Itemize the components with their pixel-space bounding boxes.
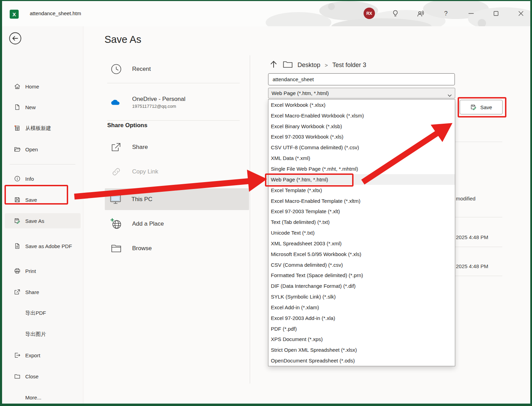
sidebar-item-share[interactable]: Share [5, 284, 81, 300]
filetype-option[interactable]: Web Page (*.htm, *.html) [268, 174, 455, 185]
back-button[interactable] [8, 31, 22, 46]
lightbulb-icon[interactable] [391, 9, 400, 18]
sidebar-item-label: Open [25, 147, 38, 152]
sidebar-item-save-as[interactable]: Save As [5, 213, 81, 228]
new-document-icon [14, 104, 21, 111]
filetype-option[interactable]: Text (Tab delimited) (*.txt) [268, 217, 455, 227]
sidebar-item-export-pdf[interactable]: 导出PDF [5, 305, 81, 321]
sidebar-item-new-from-template[interactable]: 从模板新建 [5, 121, 81, 136]
maximize-icon[interactable] [492, 9, 501, 18]
sidebar-item-save[interactable]: Save [5, 192, 81, 207]
background-divider [455, 142, 502, 142]
sidebar-item-label: 从模板新建 [25, 125, 51, 132]
excel-window: X attendance_sheet.htm RX ? Home N [0, 0, 532, 406]
background-timestamp: 2025 4:48 PM [456, 234, 488, 240]
filetype-option[interactable]: DIF (Data Interchange Format) (*.dif) [268, 281, 455, 291]
save-button[interactable]: Save [460, 100, 503, 114]
onedrive-email: 1975117712@qq.com [132, 104, 185, 109]
filetype-option[interactable]: Excel Workbook (*.xlsx) [268, 100, 455, 110]
filetype-listbox: Excel Workbook (*.xlsx)Excel Macro-Enabl… [268, 99, 455, 366]
sidebar-item-info[interactable]: Info [5, 171, 81, 186]
filetype-option[interactable]: Excel 97-2003 Template (*.xlt) [268, 206, 455, 217]
filetype-option[interactable]: OpenDocument Spreadsheet (*.ods) [268, 355, 455, 366]
filetype-option[interactable]: PDF (*.pdf) [268, 323, 455, 334]
share-options-header: Share Options [107, 122, 147, 129]
sidebar-item-export-image[interactable]: 导出图片 [5, 327, 81, 342]
up-one-level-icon[interactable] [269, 60, 278, 70]
filetype-option[interactable]: Excel 97-2003 Add-in (*.xla) [268, 313, 455, 323]
background-divider [455, 276, 502, 276]
this-pc-icon [110, 193, 121, 205]
filetype-option[interactable]: Microsoft Excel 5.0/95 Workbook (*.xls) [268, 249, 455, 259]
location-recent[interactable]: Recent [106, 59, 249, 79]
window-frame [0, 404, 532, 406]
window-frame [0, 0, 2, 406]
filename-input[interactable] [268, 73, 455, 85]
sidebar-item-more[interactable]: More... [5, 390, 81, 405]
filetype-option[interactable]: CSV (Comma delimited) (*.csv) [268, 259, 455, 270]
titlebar: X attendance_sheet.htm RX ? [2, 1, 530, 26]
filetype-select[interactable]: Web Page (*.htm, *.html) [268, 88, 455, 98]
filetype-option[interactable]: Excel Macro-Enabled Template (*.xltm) [268, 196, 455, 206]
sidebar-item-label: Share [25, 289, 39, 295]
filetype-option[interactable]: Strict Open XML Spreadsheet (*.xlsx) [268, 344, 455, 355]
location-label: Share [132, 144, 148, 151]
location-copy-link[interactable]: Copy Link [106, 162, 249, 181]
window-frame [530, 0, 532, 406]
filetype-option[interactable]: Excel 97-2003 Workbook (*.xls) [268, 132, 455, 142]
sidebar-item-save-as-adobe-pdf[interactable]: Save as Adobe PDF [5, 234, 81, 258]
filetype-option[interactable]: CSV UTF-8 (Comma delimited) (*.csv) [268, 142, 455, 153]
filetype-option[interactable]: XPS Document (*.xps) [268, 334, 455, 345]
background-divider [455, 247, 502, 247]
sidebar-item-label: Close [25, 374, 38, 379]
window-title: attendance_sheet.htm [30, 10, 81, 16]
sidebar-item-label: 导出PDF [25, 310, 46, 317]
location-label: OneDrive - Personal [132, 96, 185, 103]
filetype-option[interactable]: Unicode Text (*.txt) [268, 227, 455, 238]
sidebar-item-export[interactable]: Export [5, 348, 81, 363]
filetype-option[interactable]: Excel Binary Workbook (*.xlsb) [268, 121, 455, 132]
location-share[interactable]: Share [106, 138, 249, 157]
breadcrumb-segment-folder[interactable]: Test folder 3 [332, 62, 366, 69]
location-label: Add a Place [132, 220, 164, 227]
breadcrumb-segment-desktop[interactable]: Desktop [297, 62, 320, 69]
sidebar-item-home[interactable]: Home [5, 79, 81, 94]
template-icon [14, 125, 21, 132]
add-place-globe-icon [110, 218, 122, 230]
filetype-option[interactable]: Excel Macro-Enabled Workbook (*.xlsm) [268, 110, 455, 121]
help-icon[interactable]: ? [441, 9, 450, 18]
sidebar-item-label: New [25, 104, 36, 110]
filetype-option[interactable]: Single File Web Page (*.mht, *.mhtml) [268, 163, 455, 174]
save-icon [14, 196, 21, 203]
location-browse[interactable]: Browse [106, 239, 249, 258]
filetype-option[interactable]: XML Data (*.xml) [268, 153, 455, 163]
location-this-pc[interactable]: This PC [105, 188, 249, 210]
sidebar-item-close[interactable]: Close [5, 369, 81, 384]
location-add-a-place[interactable]: Add a Place [106, 214, 249, 234]
filetype-option[interactable]: Excel Add-in (*.xlam) [268, 302, 455, 313]
filetype-option[interactable]: Excel Template (*.xltx) [268, 185, 455, 196]
account-avatar[interactable]: RX [364, 8, 375, 19]
info-icon [14, 175, 21, 182]
sidebar-item-label: Save as Adobe PDF [25, 242, 74, 251]
close-file-icon [14, 373, 21, 380]
background-modified-label: modified [456, 196, 476, 201]
location-label: This PC [131, 196, 152, 203]
minimize-icon[interactable] [467, 9, 476, 18]
filetype-option[interactable]: SYLK (Symbolic Link) (*.slk) [268, 291, 455, 302]
sidebar-item-print[interactable]: Print [5, 263, 81, 278]
sidebar-item-label: Save [25, 197, 37, 203]
filetype-option[interactable]: XML Spreadsheet 2003 (*.xml) [268, 238, 455, 249]
filetype-option[interactable]: Formatted Text (Space delimited) (*.prn) [268, 270, 455, 281]
breadcrumb-separator: > [325, 62, 328, 68]
close-window-icon[interactable] [516, 9, 525, 18]
sidebar-item-label: Save As [25, 218, 44, 224]
sidebar-item-label: Print [25, 268, 36, 274]
sidebar-item-open[interactable]: Open [5, 142, 81, 157]
sidebar-item-label: Export [25, 352, 40, 358]
breadcrumb: Desktop > Test folder 3 [269, 59, 366, 71]
location-onedrive[interactable]: OneDrive - Personal 1975117712@qq.com [106, 89, 249, 115]
feedback-icon[interactable] [416, 9, 425, 18]
folder-icon [283, 60, 293, 70]
sidebar-item-new[interactable]: New [5, 100, 81, 115]
